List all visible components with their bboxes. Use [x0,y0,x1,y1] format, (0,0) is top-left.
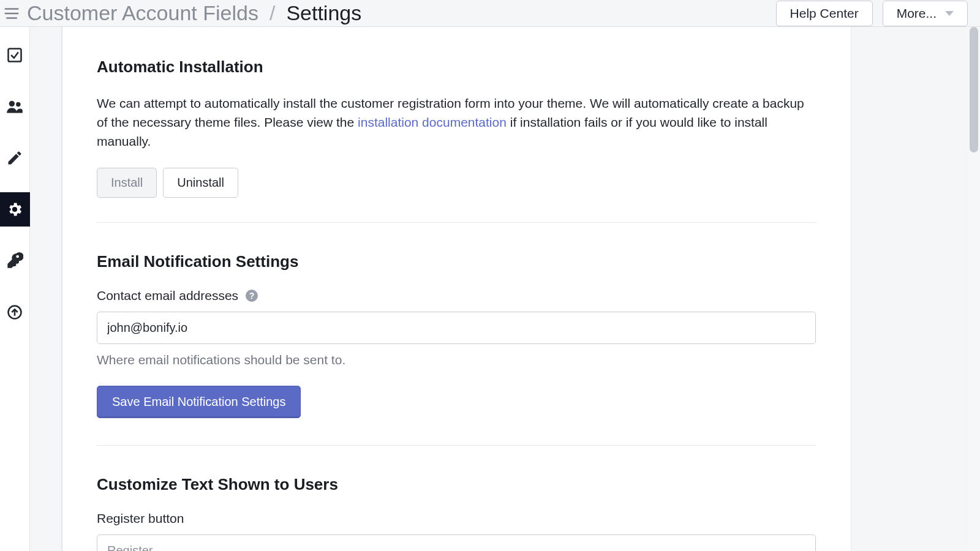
sidebar-item-users[interactable] [0,89,30,124]
customize-title: Customize Text Shown to Users [97,475,816,494]
breadcrumb-separator: / [270,1,275,25]
section-customize: Customize Text Shown to Users Register b… [62,475,851,551]
section-auto-install: Automatic Installation We can attempt to… [62,58,851,198]
vertical-divider [61,27,62,551]
email-label-text: Contact email addresses [97,288,238,303]
scrollbar-track[interactable] [968,27,980,551]
breadcrumb: Customer Account Fields / Settings [2,1,361,25]
sidebar-item-upload[interactable] [0,295,30,329]
sidebar-item-key[interactable] [0,244,30,278]
uninstall-button[interactable]: Uninstall [163,168,238,198]
sidebar [0,27,30,551]
register-button-label: Register button [97,511,816,526]
email-title: Email Notification Settings [97,252,816,271]
more-button-label: More... [897,6,937,21]
svg-point-4 [9,101,15,107]
email-helper-text: Where email notifications should be sent… [97,353,816,367]
installation-doc-link[interactable]: installation documentation [358,115,507,129]
section-divider [97,445,816,446]
save-email-button[interactable]: Save Email Notification Settings [97,386,301,418]
sidebar-item-checkbox[interactable] [0,38,30,72]
install-buttons: Install Uninstall [97,168,816,198]
sidebar-item-settings[interactable] [0,192,30,227]
page-header: Customer Account Fields / Settings Help … [0,0,980,27]
section-email: Email Notification Settings Contact emai… [62,252,851,418]
help-icon[interactable]: ? [246,290,258,302]
section-divider [97,222,816,223]
auto-install-title: Automatic Installation [97,58,816,77]
auto-install-description: We can attempt to automatically install … [97,94,816,151]
main-scroll-area[interactable]: Automatic Installation We can attempt to… [30,27,980,551]
more-button[interactable]: More... [883,1,968,26]
sidebar-item-edit[interactable] [0,141,30,175]
settings-panel: Automatic Installation We can attempt to… [62,27,851,551]
install-button[interactable]: Install [97,168,157,198]
layers-icon [2,4,21,23]
svg-point-5 [16,102,20,107]
header-actions: Help Center More... [776,1,968,26]
register-button-input[interactable] [97,534,816,551]
chevron-down-icon [945,11,954,16]
scrollbar-thumb[interactable] [970,27,978,152]
svg-rect-3 [9,49,21,62]
breadcrumb-page: Settings [286,1,361,25]
email-field-label: Contact email addresses ? [97,288,816,303]
help-center-button[interactable]: Help Center [776,1,873,26]
contact-email-input[interactable] [97,312,816,344]
breadcrumb-app[interactable]: Customer Account Fields [27,1,258,25]
